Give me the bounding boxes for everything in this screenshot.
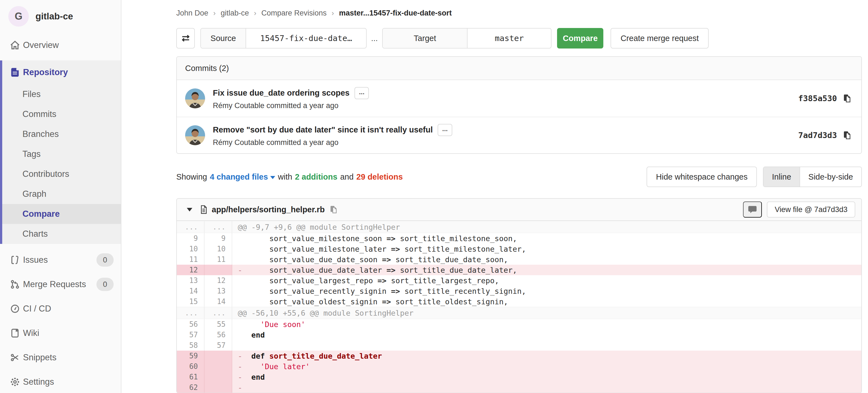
sidebar-item-charts[interactable]: Charts <box>2 224 121 244</box>
create-merge-request-button[interactable]: Create merge request <box>611 28 709 49</box>
old-line-number[interactable]: 60 <box>177 361 205 372</box>
document-icon <box>9 67 21 77</box>
source-branch-dropdown[interactable]: 15457-fix-due-date… <box>246 29 366 48</box>
sidebar-item-snippets[interactable]: Snippets <box>0 345 121 370</box>
compare-form: Source 15457-fix-due-date… ... Target ma… <box>176 28 862 49</box>
copy-sha-icon[interactable] <box>842 94 851 103</box>
commit-title-link[interactable]: Fix issue due_date ordering scopes <box>213 88 349 97</box>
sidebar-item-compare[interactable]: Compare <box>2 204 121 224</box>
new-line-number[interactable]: 55 <box>205 319 232 330</box>
inline-view-button[interactable]: Inline <box>764 167 800 186</box>
old-line-number[interactable]: 58 <box>177 340 205 351</box>
diff-line-content: sort_value_recently_signin => sort_title… <box>232 286 861 296</box>
sidebar-item-graph[interactable]: Graph <box>2 184 121 204</box>
diff-line-content: sort_value_milestone_later => sort_title… <box>232 244 861 254</box>
commit-description-expand-button[interactable]: ... <box>438 124 452 136</box>
commit-sha-link[interactable]: f385a530 <box>798 94 837 103</box>
commit-meta: Rémy Coutable committed a year ago <box>213 138 452 147</box>
new-line-number[interactable] <box>205 372 232 382</box>
old-line-number: ... <box>177 221 205 233</box>
sidebar-item-label: Repository <box>23 67 68 77</box>
new-line-number[interactable] <box>205 351 232 361</box>
old-line-number[interactable]: 59 <box>177 351 205 361</box>
summary-prefix: Showing <box>176 172 207 182</box>
collapse-file-caret-icon[interactable] <box>187 208 192 211</box>
old-line-number: ... <box>177 307 205 319</box>
commit-title-link[interactable]: Remove "sort by due date later" since it… <box>213 125 433 134</box>
sidebar-item-repository[interactable]: Repository <box>2 60 121 84</box>
old-line-number[interactable]: 10 <box>177 244 205 254</box>
sidebar-item-issues[interactable]: Issues 0 <box>0 248 121 272</box>
old-line-number[interactable]: 61 <box>177 372 205 382</box>
project-header[interactable]: G gitlab-ce <box>0 0 121 34</box>
sidebar-item-overview[interactable]: Overview <box>0 34 121 57</box>
changed-files-dropdown[interactable]: 4 changed files <box>210 172 275 182</box>
copy-sha-icon[interactable] <box>842 130 851 140</box>
commit-description-expand-button[interactable]: ... <box>354 87 369 99</box>
summary-middle: with <box>278 172 292 182</box>
old-line-number[interactable]: 12 <box>177 265 205 275</box>
sidebar-item-label: Overview <box>23 40 59 50</box>
diff-line-content: sort_value_oldest_signin => sort_title_o… <box>232 296 861 307</box>
hide-whitespace-button[interactable]: Hide whitespace changes <box>647 167 757 187</box>
commits-panel: Commits (2) Fix issue due_date ordering … <box>176 56 862 154</box>
diff-line-content: - sort_value_due_date_later => sort_titl… <box>232 265 861 275</box>
sidebar-item-commits[interactable]: Commits <box>2 104 121 124</box>
commit-row: Remove "sort by due date later" since it… <box>177 117 861 153</box>
breadcrumb-user[interactable]: John Doe <box>176 9 209 18</box>
sidebar-item-files[interactable]: Files <box>2 84 121 104</box>
old-line-number[interactable]: 62 <box>177 382 205 393</box>
target-branch-dropdown[interactable]: master <box>468 29 551 48</box>
diff-line: 99 sort_value_milestone_soon => sort_tit… <box>177 233 861 244</box>
sidebar-item-label: Settings <box>23 377 54 387</box>
view-file-button[interactable]: View file @ 7ad7d3d3 <box>767 202 855 217</box>
new-line-number[interactable]: 12 <box>205 275 232 286</box>
sidebar-item-settings[interactable]: Settings <box>0 370 121 393</box>
new-line-number[interactable]: 57 <box>205 340 232 351</box>
source-label: Source <box>201 29 246 48</box>
new-line-number[interactable] <box>205 265 232 275</box>
diff-line-content: @@ -9,7 +9,6 @@ module SortingHelper <box>232 221 861 233</box>
old-line-number[interactable]: 13 <box>177 275 205 286</box>
new-line-number[interactable]: 14 <box>205 296 232 307</box>
project-name[interactable]: gitlab-ce <box>35 11 73 22</box>
issues-count-badge: 0 <box>96 253 114 267</box>
changed-files-count: 4 changed files <box>210 172 268 182</box>
sidebar-item-branches[interactable]: Branches <box>2 124 121 144</box>
old-line-number[interactable]: 15 <box>177 296 205 307</box>
old-line-number[interactable]: 9 <box>177 233 205 244</box>
new-line-number[interactable] <box>205 361 232 372</box>
project-sidebar: G gitlab-ce Overview Repository Files Co… <box>0 0 121 393</box>
toggle-comments-button[interactable] <box>743 202 762 217</box>
sidebar-item-tags[interactable]: Tags <box>2 144 121 164</box>
sidebar-item-ci-cd[interactable]: CI / CD <box>0 297 121 321</box>
chevron-down-icon <box>270 176 275 179</box>
old-line-number[interactable]: 57 <box>177 330 205 340</box>
sidebar-item-merge-requests[interactable]: Merge Requests 0 <box>0 272 121 297</box>
old-line-number[interactable]: 56 <box>177 319 205 330</box>
new-line-number[interactable]: 9 <box>205 233 232 244</box>
project-avatar[interactable]: G <box>8 6 29 27</box>
breadcrumb-compare-revisions[interactable]: Compare Revisions <box>261 9 327 18</box>
sidebar-item-wiki[interactable]: Wiki <box>0 321 121 345</box>
old-line-number[interactable]: 11 <box>177 254 205 265</box>
copy-file-path-icon[interactable] <box>329 205 338 214</box>
compare-button[interactable]: Compare <box>557 28 603 49</box>
swap-arrows-icon <box>181 33 191 43</box>
new-line-number[interactable]: 11 <box>205 254 232 265</box>
swap-revisions-button[interactable] <box>176 28 195 49</box>
diff-file-path[interactable]: app/helpers/sorting_helper.rb <box>212 205 325 214</box>
new-line-number[interactable]: 13 <box>205 286 232 296</box>
breadcrumb-separator: › <box>254 9 256 18</box>
commit-sha-link[interactable]: 7ad7d3d3 <box>798 130 837 140</box>
diff-line-content: - end <box>232 372 861 382</box>
new-line-number[interactable]: 56 <box>205 330 232 340</box>
sidebar-item-contributors[interactable]: Contributors <box>2 164 121 184</box>
side-by-side-view-button[interactable]: Side-by-side <box>800 167 861 186</box>
new-line-number[interactable] <box>205 382 232 393</box>
old-line-number[interactable]: 14 <box>177 286 205 296</box>
diff-line: 12- sort_value_due_date_later => sort_ti… <box>177 265 861 275</box>
source-field-group: Source 15457-fix-due-date… <box>200 28 367 49</box>
new-line-number[interactable]: 10 <box>205 244 232 254</box>
breadcrumb-project[interactable]: gitlab-ce <box>221 9 249 18</box>
